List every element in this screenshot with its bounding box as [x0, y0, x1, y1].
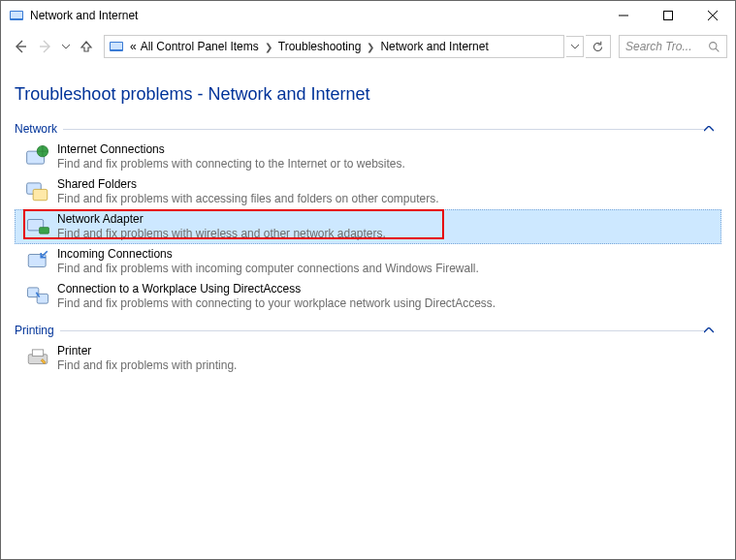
breadcrumb-segment[interactable]: Troubleshooting	[276, 40, 364, 53]
refresh-button[interactable]	[586, 35, 611, 58]
item-title: Shared Folders	[57, 177, 439, 192]
address-bar-icon	[109, 39, 124, 54]
item-printer[interactable]: Printer Find and fix problems with print…	[15, 341, 721, 376]
close-button[interactable]	[690, 1, 735, 30]
item-network-adapter[interactable]: Network Adapter Find and fix problems wi…	[15, 209, 721, 244]
svg-line-11	[716, 48, 719, 51]
incoming-connections-icon	[24, 247, 51, 274]
window-controls	[601, 1, 735, 30]
collapse-icon[interactable]	[704, 327, 721, 333]
section-header-printing[interactable]: Printing	[15, 324, 721, 337]
item-desc: Find and fix problems with printing.	[57, 358, 237, 373]
search-placeholder: Search Tro...	[625, 40, 691, 53]
workplace-connection-icon	[24, 282, 51, 309]
svg-rect-22	[32, 350, 43, 357]
item-title: Internet Connections	[57, 142, 405, 157]
section-rule	[63, 129, 704, 130]
item-desc: Find and fix problems with wireless and …	[57, 227, 386, 241]
item-incoming-connections[interactable]: Incoming Connections Find and fix proble…	[15, 244, 721, 279]
back-button[interactable]	[9, 35, 32, 58]
globe-monitor-icon	[24, 142, 51, 170]
section-label: Printing	[15, 324, 54, 337]
recent-locations-button[interactable]	[59, 35, 73, 58]
section-rule	[60, 330, 704, 331]
printing-items: Printer Find and fix problems with print…	[15, 341, 721, 376]
page-title: Troubleshoot problems - Network and Inte…	[15, 84, 721, 105]
item-shared-folders[interactable]: Shared Folders Find and fix problems wit…	[15, 174, 721, 209]
up-button[interactable]	[75, 35, 98, 58]
chevron-right-icon[interactable]: ❯	[261, 42, 276, 52]
breadcrumb-prefix[interactable]: «	[128, 40, 139, 53]
item-internet-connections[interactable]: Internet Connections Find and fix proble…	[15, 140, 721, 174]
item-desc: Find and fix problems with incoming comp…	[57, 262, 479, 276]
section-header-network[interactable]: Network	[15, 122, 721, 136]
printer-icon	[24, 344, 51, 371]
network-items: Internet Connections Find and fix proble…	[15, 140, 721, 314]
item-title: Printer	[57, 344, 237, 358]
content-area: Troubleshoot problems - Network and Inte…	[1, 63, 735, 376]
item-title: Network Adapter	[57, 212, 386, 227]
search-input[interactable]: Search Tro...	[619, 35, 727, 58]
network-adapter-icon	[24, 212, 51, 239]
item-desc: Find and fix problems with connecting to…	[57, 157, 405, 171]
item-desc: Find and fix problems with accessing fil…	[57, 192, 439, 206]
titlebar: Network and Internet	[1, 1, 735, 30]
address-bar-dropdown[interactable]	[566, 36, 584, 57]
item-desc: Find and fix problems with connecting to…	[57, 296, 496, 311]
svg-rect-3	[664, 12, 673, 20]
shared-folders-icon	[24, 177, 51, 204]
maximize-button[interactable]	[646, 1, 690, 30]
section-label: Network	[15, 122, 57, 136]
window-icon	[9, 8, 24, 23]
chevron-right-icon[interactable]: ❯	[363, 42, 378, 52]
svg-rect-17	[40, 228, 49, 234]
svg-rect-1	[11, 12, 22, 18]
collapse-icon[interactable]	[704, 126, 721, 132]
item-directaccess[interactable]: Connection to a Workplace Using DirectAc…	[15, 279, 721, 314]
forward-button[interactable]	[34, 35, 57, 58]
window-title: Network and Internet	[30, 9, 601, 22]
item-title: Connection to a Workplace Using DirectAc…	[57, 282, 496, 296]
address-bar[interactable]: « All Control Panel Items ❯ Troubleshoot…	[104, 35, 564, 58]
minimize-button[interactable]	[601, 1, 646, 30]
svg-point-10	[710, 42, 717, 48]
navigation-bar: « All Control Panel Items ❯ Troubleshoot…	[1, 30, 735, 63]
search-icon	[708, 41, 720, 53]
breadcrumb-segment[interactable]: All Control Panel Items	[139, 40, 261, 53]
svg-rect-15	[33, 189, 48, 200]
item-title: Incoming Connections	[57, 247, 479, 262]
breadcrumb-segment[interactable]: Network and Internet	[378, 40, 490, 53]
svg-rect-9	[111, 43, 122, 49]
